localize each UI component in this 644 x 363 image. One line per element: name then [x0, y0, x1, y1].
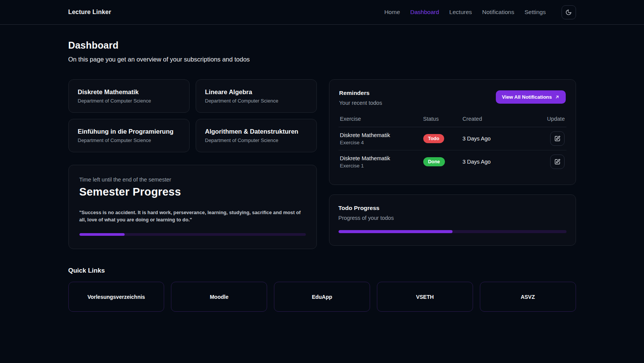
course-department: Department of Computer Science	[205, 137, 307, 143]
reminders-title: Reminders	[339, 90, 382, 96]
semester-progress-quote: "Success is no accident. It is hard work…	[79, 209, 306, 223]
view-all-notifications-label: View All Notifications	[502, 94, 552, 100]
quick-link-vorlesungsverzeichnis[interactable]: Vorlesungsverzeichnis	[68, 282, 165, 312]
exercise-course-name: Diskrete Mathematik	[340, 155, 423, 161]
nav-item-lectures[interactable]: Lectures	[449, 9, 472, 16]
quick-link-moodle[interactable]: Moodle	[171, 282, 267, 312]
course-card-grid: Diskrete Mathematik Department of Comput…	[68, 79, 317, 152]
semester-progress-card: Time left until the end of the semester …	[68, 165, 317, 249]
nav-item-home[interactable]: Home	[384, 9, 400, 16]
course-card-diskrete-mathematik[interactable]: Diskrete Mathematik Department of Comput…	[68, 79, 190, 113]
quick-link-asvz[interactable]: ASVZ	[480, 282, 576, 312]
course-card-lineare-algebra[interactable]: Lineare Algebra Department of Computer S…	[196, 79, 317, 113]
course-title: Lineare Algebra	[205, 88, 307, 96]
todo-progress-bar	[339, 230, 566, 233]
semester-progress-eyebrow: Time left until the end of the semester	[79, 177, 306, 183]
quick-link-eduapp[interactable]: EduApp	[274, 282, 370, 312]
edit-todo-button[interactable]	[550, 155, 565, 169]
exercise-name: Exercise 1	[340, 163, 423, 169]
nav-item-settings[interactable]: Settings	[524, 9, 546, 16]
status-badge: Done	[423, 157, 445, 166]
column-header-update: Update	[529, 116, 565, 122]
table-row: Diskrete Mathematik Exercise 4 Todo 3 Da…	[339, 127, 566, 150]
column-header-created: Created	[462, 116, 529, 122]
left-column: Diskrete Mathematik Department of Comput…	[68, 79, 317, 249]
semester-progress-bar	[79, 233, 306, 236]
course-department: Department of Computer Science	[78, 137, 180, 143]
status-badge: Todo	[423, 134, 445, 143]
semester-progress-title: Semester Progress	[79, 186, 306, 198]
quick-link-vseth[interactable]: VSETH	[377, 282, 473, 312]
course-card-einfuehrung-programmierung[interactable]: Einfühung in die Programierung Departmen…	[68, 119, 190, 152]
update-cell	[529, 155, 565, 169]
status-cell: Todo	[423, 134, 463, 143]
created-cell: 3 Days Ago	[462, 159, 529, 165]
exercise-cell: Diskrete Mathematik Exercise 4	[340, 132, 423, 145]
brand-logo[interactable]: Lecture Linker	[68, 9, 111, 16]
status-cell: Done	[423, 157, 463, 166]
reminders-table-header: Exercise Status Created Update	[339, 116, 566, 127]
todo-progress-subtitle: Progress of your todos	[339, 215, 566, 221]
top-navbar: Lecture Linker Home Dashboard Lectures N…	[0, 0, 644, 25]
exercise-cell: Diskrete Mathematik Exercise 1	[340, 155, 423, 169]
todo-progress-fill	[339, 230, 453, 233]
view-all-notifications-button[interactable]: View All Notifications	[496, 90, 565, 104]
right-column: Reminders Your recent todos View All Not…	[329, 79, 576, 249]
quick-links-title: Quick Links	[68, 267, 576, 275]
column-header-exercise: Exercise	[340, 116, 423, 122]
arrow-up-right-icon	[555, 95, 560, 99]
table-row: Diskrete Mathematik Exercise 1 Done 3 Da…	[339, 150, 566, 173]
course-department: Department of Computer Science	[78, 98, 180, 104]
main-content: Dashboard On this page you get an overvi…	[68, 25, 576, 312]
todo-progress-title: Todo Progress	[339, 205, 566, 211]
created-cell: 3 Days Ago	[462, 136, 529, 142]
main-nav: Home Dashboard Lectures Notifications Se…	[384, 5, 576, 19]
exercise-course-name: Diskrete Mathematik	[340, 132, 423, 138]
semester-progress-fill	[79, 233, 125, 236]
reminders-table: Exercise Status Created Update Diskrete …	[339, 116, 566, 173]
nav-item-notifications[interactable]: Notifications	[482, 9, 514, 16]
course-title: Algorithmen & Datenstrukturen	[205, 128, 307, 135]
update-cell	[529, 131, 565, 146]
exercise-name: Exercise 4	[340, 140, 423, 145]
course-department: Department of Computer Science	[205, 98, 307, 104]
column-header-status: Status	[423, 116, 463, 122]
edit-todo-button[interactable]	[550, 131, 565, 146]
theme-toggle-button[interactable]	[562, 5, 576, 19]
page-subtitle: On this page you get an overview of your…	[68, 56, 576, 63]
course-title: Einfühung in die Programierung	[78, 128, 180, 135]
quick-links-grid: Vorlesungsverzeichnis Moodle EduApp VSET…	[68, 282, 576, 312]
reminders-subtitle: Your recent todos	[339, 100, 382, 106]
page-title: Dashboard	[68, 40, 576, 51]
reminders-heading: Reminders Your recent todos	[339, 90, 382, 106]
course-title: Diskrete Mathematik	[78, 88, 180, 96]
moon-icon	[565, 9, 572, 16]
nav-item-dashboard[interactable]: Dashboard	[410, 9, 439, 16]
course-card-algorithmen-datenstrukturen[interactable]: Algorithmen & Datenstrukturen Department…	[196, 119, 317, 152]
reminders-card: Reminders Your recent todos View All Not…	[329, 79, 576, 185]
edit-pencil-icon	[554, 159, 560, 165]
todo-progress-card: Todo Progress Progress of your todos	[329, 194, 576, 246]
edit-pencil-icon	[554, 136, 560, 142]
